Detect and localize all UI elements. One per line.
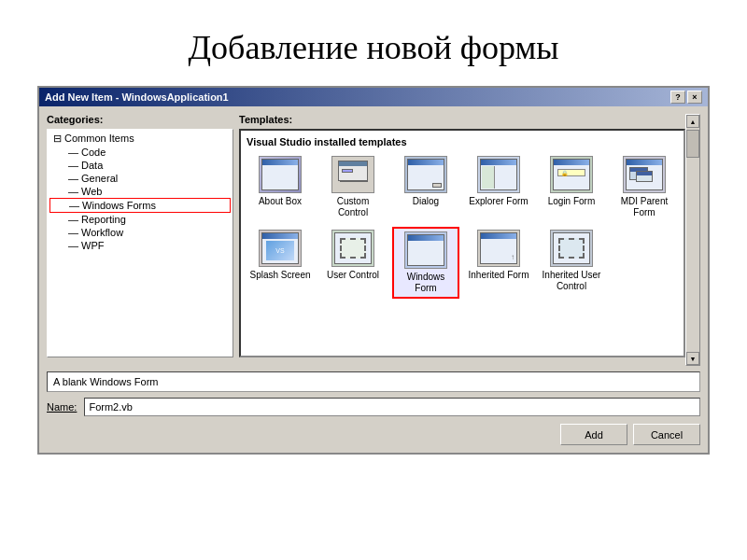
dialog-wrapper: Add New Item - WindowsApplication1 ? × C… bbox=[37, 86, 710, 455]
dialog-content: Categories: ⊟ Common Items — Code — Data… bbox=[47, 114, 700, 366]
template-login-form[interactable]: 🔒 Login Form bbox=[538, 153, 605, 221]
dialog-buttons: Add Cancel bbox=[47, 424, 700, 445]
user-control-label: User Control bbox=[327, 270, 379, 281]
template-splash-screen[interactable]: VS Splash Screen bbox=[247, 227, 314, 299]
name-row: Name: bbox=[47, 398, 700, 416]
template-windows-form[interactable]: Windows Form bbox=[392, 227, 459, 299]
user-control-icon bbox=[331, 230, 374, 267]
template-mdi-parent-form[interactable]: MDI Parent Form bbox=[611, 153, 678, 221]
tree-item-common-items[interactable]: ⊟ Common Items bbox=[49, 132, 231, 146]
dialog-label: Dialog bbox=[413, 196, 439, 207]
template-dialog[interactable]: Dialog bbox=[392, 153, 459, 221]
help-button[interactable]: ? bbox=[670, 91, 685, 104]
template-custom-control[interactable]: Custom Control bbox=[319, 153, 387, 221]
tree-item-code[interactable]: — Code bbox=[49, 146, 231, 159]
name-label: Name: bbox=[47, 401, 77, 413]
templates-box[interactable]: Visual Studio installed templates bbox=[239, 129, 685, 357]
add-new-item-dialog: Add New Item - WindowsApplication1 ? × C… bbox=[37, 86, 710, 455]
login-form-icon: 🔒 bbox=[550, 156, 593, 193]
custom-control-icon bbox=[331, 156, 374, 193]
explorer-form-label: Explorer Form bbox=[469, 196, 528, 207]
dialog-titlebar: Add New Item - WindowsApplication1 ? × bbox=[39, 88, 708, 106]
close-button[interactable]: × bbox=[687, 91, 702, 104]
template-user-control[interactable]: User Control bbox=[319, 227, 387, 299]
scroll-down-arrow[interactable]: ▼ bbox=[686, 352, 699, 365]
categories-tree[interactable]: ⊟ Common Items — Code — Data — General —… bbox=[47, 129, 233, 357]
name-input[interactable] bbox=[84, 398, 700, 416]
dialog-body: Categories: ⊟ Common Items — Code — Data… bbox=[39, 106, 708, 453]
tree-item-general[interactable]: — General bbox=[49, 172, 231, 185]
template-about-box[interactable]: About Box bbox=[247, 153, 314, 221]
template-explorer-form[interactable]: Explorer Form bbox=[465, 153, 532, 221]
templates-area: Templates: Visual Studio installed templ… bbox=[239, 114, 700, 366]
custom-control-label: Custom Control bbox=[322, 196, 384, 218]
tree-item-web[interactable]: — Web bbox=[49, 185, 231, 198]
inherited-form-icon: ↑ bbox=[477, 230, 520, 267]
templates-grid: About Box bbox=[247, 153, 678, 299]
inherited-form-label: Inherited Form bbox=[468, 270, 529, 281]
categories-panel: Categories: ⊟ Common Items — Code — Data… bbox=[47, 114, 233, 366]
login-form-label: Login Form bbox=[548, 196, 596, 207]
templates-scrollbar[interactable]: ▲ ▼ bbox=[685, 114, 700, 366]
about-box-icon bbox=[259, 156, 302, 193]
cancel-button-label: Cancel bbox=[651, 429, 683, 441]
template-inherited-user-control[interactable]: Inherited User Control bbox=[538, 227, 605, 299]
inherited-user-control-icon bbox=[550, 230, 593, 267]
about-box-label: About Box bbox=[259, 196, 302, 207]
tree-item-data[interactable]: — Data bbox=[49, 159, 231, 172]
templates-label: Templates: bbox=[239, 114, 685, 125]
tree-item-workflow[interactable]: — Workflow bbox=[49, 226, 231, 239]
scroll-thumb[interactable] bbox=[686, 130, 699, 158]
tree-item-windows-forms[interactable]: — Windows Forms bbox=[49, 198, 231, 213]
dialog-title: Add New Item - WindowsApplication1 bbox=[45, 91, 229, 103]
titlebar-buttons: ? × bbox=[670, 91, 702, 104]
windows-form-label: Windows Form bbox=[397, 272, 455, 294]
mdi-parent-form-label: MDI Parent Form bbox=[613, 196, 675, 218]
vs-templates-label: Visual Studio installed templates bbox=[247, 136, 678, 147]
cancel-button[interactable]: Cancel bbox=[633, 424, 700, 445]
templates-panel: Templates: Visual Studio installed templ… bbox=[239, 114, 685, 366]
scroll-up-arrow[interactable]: ▲ bbox=[686, 115, 699, 128]
inherited-user-control-label: Inherited User Control bbox=[541, 270, 602, 292]
template-inherited-form[interactable]: ↑ Inherited Form bbox=[465, 227, 532, 299]
splash-screen-icon: VS bbox=[259, 230, 302, 267]
dialog-icon bbox=[404, 156, 447, 193]
description-bar: A blank Windows Form bbox=[47, 371, 700, 392]
page-title: Добавление новой формы bbox=[0, 0, 747, 86]
explorer-form-icon bbox=[477, 156, 520, 193]
mdi-parent-form-icon bbox=[623, 156, 666, 193]
add-button[interactable]: Add bbox=[560, 424, 627, 445]
splash-screen-label: Splash Screen bbox=[249, 270, 310, 281]
windows-form-icon bbox=[404, 231, 447, 269]
add-button-label: Add bbox=[585, 429, 603, 441]
tree-item-reporting[interactable]: — Reporting bbox=[49, 213, 231, 226]
categories-label: Categories: bbox=[47, 114, 233, 125]
tree-item-wpf[interactable]: — WPF bbox=[49, 239, 231, 252]
